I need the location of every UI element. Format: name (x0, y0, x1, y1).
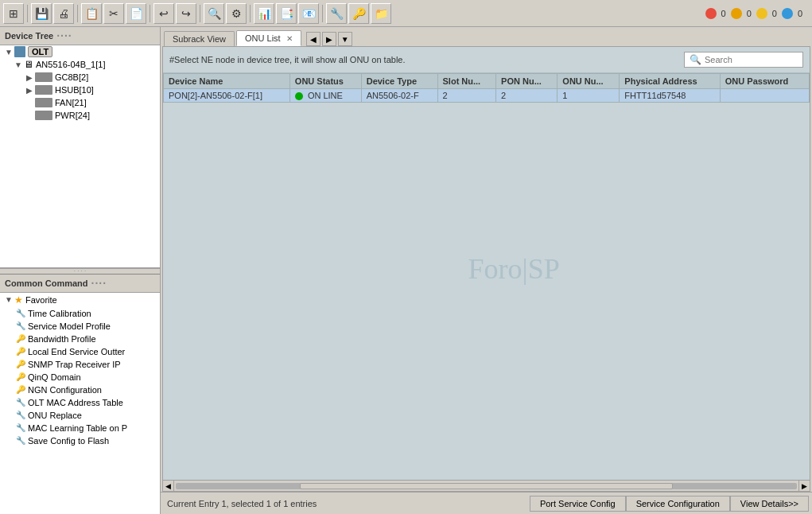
toolbar-btn-mail[interactable]: 📧 (298, 3, 319, 24)
cmd-item-ngn[interactable]: 🔑 NGN Configuration (0, 384, 160, 396)
tab-nav: ◀ ▶ ▼ (306, 32, 352, 46)
toolbar-btn-copy[interactable]: 📋 (81, 3, 102, 24)
wrench-icon-7: 🔧 (16, 398, 25, 407)
col-slot-num: Slot Nu... (437, 74, 496, 89)
cmd-label-4: SNMP Trap Receiver IP (28, 360, 121, 369)
expand-icon-an5516[interactable]: ▼ (13, 59, 24, 70)
cmd-item-snmp[interactable]: 🔑 SNMP Trap Receiver IP (0, 358, 160, 371)
service-configuration-button[interactable]: Service Configuration (626, 496, 730, 512)
cell-onu-password (720, 89, 809, 103)
cell-pon-num: 2 (496, 89, 558, 103)
tree-item-fan[interactable]: ▶ FAN[21] (0, 96, 160, 109)
cell-slot-num: 2 (437, 89, 496, 103)
key-icon-4: 🔑 (16, 360, 25, 368)
expand-icon-root[interactable]: ▼ (3, 46, 14, 57)
cmd-item-time-cal[interactable]: 🔧 Time Calibration (0, 307, 160, 320)
table-row[interactable]: PON[2]-AN5506-02-F[1] ON LINE AN5506-02-… (164, 89, 810, 103)
h-scroll-track[interactable] (176, 483, 797, 489)
folder-icon-root (14, 46, 25, 57)
cmd-item-save-flash[interactable]: 🔧 Save Config to Flash (0, 434, 160, 447)
gc8b-label: GC8B[2] (55, 72, 88, 82)
col-device-type: Device Type (361, 74, 437, 89)
cmd-label-2: Bandwidth Profile (28, 334, 96, 344)
toolbar-btn-folder[interactable]: 📁 (371, 3, 391, 24)
tab-onu-list[interactable]: ONU List ✕ (236, 30, 301, 46)
tab-nav-menu[interactable]: ▼ (338, 32, 352, 46)
wrench-icon-9: 🔧 (16, 423, 25, 432)
cmd-item-mac-table[interactable]: 🔧 OLT MAC Address Table (0, 396, 160, 409)
cmd-label-8: ONU Replace (28, 411, 82, 420)
expand-icon-hsub[interactable]: ▶ (24, 84, 35, 95)
h-scroll-left-btn[interactable]: ◀ (163, 481, 174, 492)
toolbar-btn-cut[interactable]: ✂ (103, 3, 124, 24)
cell-onu-num: 1 (558, 89, 620, 103)
traffic-light-red (705, 8, 717, 19)
expand-icon-gc8b[interactable]: ▶ (24, 72, 35, 83)
h-scrollbar[interactable]: ◀ ▶ (163, 480, 810, 491)
h-scroll-thumb[interactable] (300, 483, 673, 489)
traffic-light-orange (731, 8, 742, 19)
view-details-button[interactable]: View Details>> (730, 496, 809, 512)
h-scroll-right-btn[interactable]: ▶ (798, 481, 810, 492)
tab-nav-next[interactable]: ▶ (322, 32, 336, 46)
toolbar-btn-paste[interactable]: 📄 (126, 3, 146, 24)
cmd-label-7: OLT MAC Address Table (28, 398, 123, 407)
toolbar-sep-1 (27, 5, 28, 22)
tree-item-an5516[interactable]: ▼ 🖥 AN5516-04B_1[1] (0, 58, 160, 71)
toolbar-btn-search[interactable]: 🔍 (204, 3, 224, 24)
toolbar-btn-save[interactable]: 💾 (31, 3, 52, 24)
search-icon: 🔍 (690, 54, 701, 65)
expand-icon-fan[interactable]: ▶ (24, 97, 35, 108)
resize-handle[interactable]: · · · · (0, 268, 160, 275)
onu-table: Device Name ONU Status Device Type Slot … (163, 73, 810, 103)
col-device-name: Device Name (164, 74, 290, 89)
fan-label: FAN[21] (55, 98, 87, 107)
tree-item-gc8b[interactable]: ▶ GC8B[2] (0, 71, 160, 84)
cmd-label-10: Save Config to Flash (28, 436, 109, 446)
tab-subrack-view[interactable]: Subrack View (164, 31, 235, 46)
toolbar-btn-print[interactable]: 🖨 (53, 3, 74, 24)
tab-nav-prev[interactable]: ◀ (306, 32, 321, 46)
tree-item-hsub[interactable]: ▶ HSUB[10] (0, 84, 160, 96)
status-text: Current Entry 1, selected 1 of 1 entries (164, 499, 530, 508)
device-tree-label: Device Tree (5, 31, 53, 41)
pwr-label: PWR[24] (55, 111, 90, 120)
toolbar-btn-chart[interactable]: 📊 (254, 3, 274, 24)
traffic-light-red-label: 0 (721, 9, 726, 18)
tree-item-pwr[interactable]: ▶ PWR[24] (0, 109, 160, 122)
cmd-item-mac-learn[interactable]: 🔧 MAC Learning Table on P (0, 422, 160, 434)
tree-item-root[interactable]: ▼ OLT (0, 45, 160, 58)
toolbar-btn-key[interactable]: 🔑 (348, 3, 369, 24)
tab-close-icon[interactable]: ✕ (286, 34, 293, 43)
toolbar-btn-redo[interactable]: ↪ (176, 3, 196, 24)
status-dot-online (295, 92, 303, 100)
device-tree-dots: ···· (56, 29, 72, 42)
favorite-expand-icon[interactable]: ▼ (3, 294, 14, 306)
toolbar-btn-tools[interactable]: 🔧 (326, 3, 347, 24)
expand-icon-pwr[interactable]: ▶ (24, 110, 35, 121)
favorite-star-icon: ★ (14, 294, 23, 306)
cmd-item-qinq[interactable]: 🔑 QinQ Domain (0, 371, 160, 384)
cmd-item-bandwidth[interactable]: 🔑 Bandwidth Profile (0, 333, 160, 345)
toolbar-sep-3 (150, 5, 150, 22)
traffic-light-blue-label: 0 (798, 9, 802, 18)
table-container: Device Name ONU Status Device Type Slot … (163, 73, 810, 480)
cmd-item-onu-replace[interactable]: 🔧 ONU Replace (0, 409, 160, 422)
port-service-config-button[interactable]: Port Service Config (530, 496, 626, 512)
content-area: #Select NE node in device tree, it will … (162, 46, 810, 492)
key-icon-2: 🔑 (16, 334, 25, 343)
toolbar-btn-settings[interactable]: ⚙ (226, 3, 247, 24)
key-icon-6: 🔑 (16, 385, 25, 394)
cmd-label-5: QinQ Domain (28, 372, 81, 382)
toolbar-btn-undo[interactable]: ↩ (153, 3, 174, 24)
cmd-favorite-root[interactable]: ▼ ★ Favorite (0, 293, 160, 307)
cmd-label-0: Time Calibration (28, 309, 91, 318)
toolbar-btn-report[interactable]: 📑 (276, 3, 297, 24)
cmd-item-local-end[interactable]: 🔑 Local End Service Outter (0, 345, 160, 358)
toolbar-btn-new[interactable]: ⊞ (3, 3, 24, 24)
traffic-light-orange-label: 0 (747, 9, 752, 18)
wrench-icon-0: 🔧 (16, 309, 25, 317)
toolbar-sep-6 (322, 5, 323, 22)
cmd-item-svc-model[interactable]: 🔧 Service Model Profile (0, 320, 160, 333)
search-input[interactable] (705, 55, 792, 64)
